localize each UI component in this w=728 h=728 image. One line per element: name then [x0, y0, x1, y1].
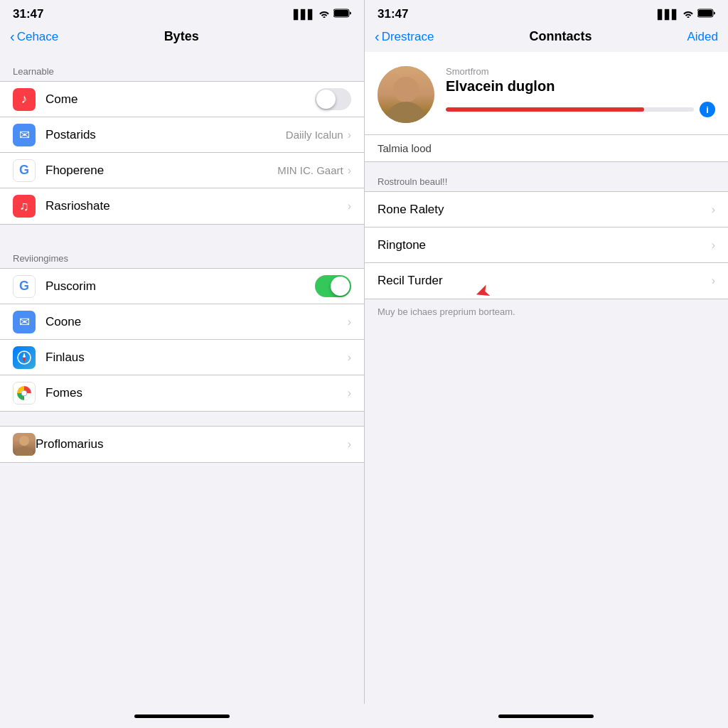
list-item[interactable]: Fomes ›: [0, 375, 364, 411]
section-label-right: Rostrouln beaul!!: [365, 162, 728, 191]
fhoperene-value: MIN IC. Gaart: [277, 164, 343, 176]
chevron-icon: ›: [712, 274, 715, 287]
back-label-right: Drestrace: [382, 30, 434, 44]
left-panel: 31:47 ▋▋▋ ‹ Cehace Bytes Learnable ♪ Com…: [0, 0, 364, 728]
status-bar-left: 31:47 ▋▋▋: [0, 0, 364, 26]
chevron-icon: ›: [348, 200, 351, 213]
contact-name: Elvacein duglon: [446, 78, 715, 95]
nav-title-right: Conntacts: [529, 29, 592, 44]
list-item[interactable]: Rone Ralety ›: [365, 192, 728, 228]
google-icon: G: [13, 159, 36, 182]
proflomarius-label: Proflomarius: [36, 437, 348, 451]
list-item[interactable]: ✉ Postarids Daiily Icalun ›: [0, 117, 364, 153]
back-chevron-left: ‹: [10, 28, 15, 45]
recil-turder-label: Recil Turder: [378, 274, 712, 288]
chevron-icon: ›: [348, 387, 351, 400]
battery-icon-right: [697, 8, 715, 21]
status-bar-right: 31:47 ▋▋▋: [365, 0, 728, 26]
list-item[interactable]: ♪ Come: [0, 82, 364, 117]
right-panel: 31:47 ▋▋▋ ‹ Drestrace Conntacts Aided Sm…: [364, 0, 728, 728]
chevron-icon: ›: [348, 351, 351, 364]
list-item[interactable]: Ringtone ›: [365, 228, 728, 263]
ringtone-label: Ringtone: [378, 238, 712, 252]
back-button-right[interactable]: ‹ Drestrace: [375, 28, 434, 45]
signal-icon-left: ▋▋▋: [294, 9, 315, 20]
chevron-icon: ›: [348, 438, 351, 451]
learnable-header: Learnable: [0, 52, 364, 81]
safari-icon: [13, 346, 36, 369]
extra-group: Proflomarius ›: [0, 426, 364, 463]
reviiongimes-group: G Puscorim ✉ Coone › Finlaus ›: [0, 268, 364, 412]
svg-rect-1: [334, 10, 348, 16]
chevron-icon: ›: [348, 164, 351, 177]
postarids-value: Daiily Icalun: [286, 129, 343, 141]
svg-point-7: [22, 391, 27, 396]
chevron-icon: ›: [712, 203, 715, 216]
progress-bar-fill: [446, 107, 644, 112]
contact-subtitle: Talmia lood: [365, 135, 728, 162]
chevron-icon: ›: [348, 129, 351, 141]
svg-rect-9: [698, 10, 712, 16]
svg-marker-3: [23, 353, 26, 358]
wifi-icon-left: [318, 9, 330, 20]
nav-bar-right: ‹ Drestrace Conntacts Aided: [365, 26, 728, 52]
music2-icon: ♫: [13, 195, 36, 218]
avatar: [378, 66, 434, 123]
finlaus-label: Finlaus: [46, 350, 348, 365]
list-item[interactable]: ✉ Coone ›: [0, 304, 364, 340]
mail-icon: ✉: [13, 124, 36, 146]
rone-ralety-label: Rone Ralety: [378, 203, 712, 217]
progress-bar-bg: [446, 107, 694, 112]
contact-from: Smortfrom: [446, 66, 715, 77]
reviiongimes-header: Reviiongimes: [0, 239, 364, 268]
list-item[interactable]: Recil Turder › ➤: [365, 263, 728, 299]
status-icons-right: ▋▋▋: [658, 8, 715, 21]
rasrioshate-label: Rasrioshate: [46, 199, 348, 213]
puscorim-toggle[interactable]: [315, 275, 351, 297]
home-bar-left: [134, 714, 230, 718]
nav-title-left: Bytes: [164, 29, 199, 44]
divider2: [0, 412, 364, 426]
music-icon: ♪: [13, 88, 36, 111]
bottom-space: [0, 463, 364, 520]
toggle-knob: [331, 277, 350, 296]
person-photo-icon: [13, 433, 36, 456]
fhoperene-label: Fhoperene: [46, 164, 277, 178]
learnable-group: ♪ Come ✉ Postarids Daiily Icalun › G Fho…: [0, 81, 364, 225]
chrome-icon: [13, 382, 36, 405]
back-label-left: Cehace: [17, 30, 59, 44]
contact-options: Rone Ralety › Ringtone › Recil Turder › …: [365, 191, 728, 299]
divider: [0, 225, 364, 239]
list-item[interactable]: G Puscorim: [0, 269, 364, 304]
back-chevron-right: ‹: [375, 28, 380, 45]
wifi-icon-right: [682, 9, 694, 20]
home-indicator-left: [0, 704, 364, 728]
contact-footer-note: Muy be ichaes preprium borteam.: [365, 299, 728, 324]
nav-bar-left: ‹ Cehace Bytes: [0, 26, 364, 52]
contact-header: Smortfrom Elvacein duglon i: [365, 52, 728, 135]
status-icons-left: ▋▋▋: [294, 8, 351, 21]
avatar-face: [378, 66, 434, 123]
home-indicator-right: [364, 704, 728, 728]
google2-icon: G: [13, 275, 36, 298]
svg-marker-4: [23, 358, 26, 363]
back-button-left[interactable]: ‹ Cehace: [10, 28, 58, 45]
battery-icon-left: [333, 8, 351, 21]
list-item[interactable]: Proflomarius ›: [0, 427, 364, 462]
list-item[interactable]: G Fhoperene MIN IC. Gaart ›: [0, 153, 364, 188]
home-bar-right: [498, 714, 594, 718]
list-item[interactable]: ♫ Rasrioshate ›: [0, 188, 364, 224]
fomes-label: Fomes: [46, 386, 348, 400]
contact-info: Smortfrom Elvacein duglon i: [446, 66, 715, 117]
status-time-left: 31:47: [13, 7, 43, 21]
coone-label: Coone: [46, 315, 348, 329]
postarids-label: Postarids: [46, 128, 286, 142]
progress-indicator: i: [700, 102, 715, 117]
come-toggle[interactable]: [315, 88, 351, 110]
contact-progress-row: i: [446, 102, 715, 117]
status-time-right: 31:47: [378, 7, 408, 21]
chevron-icon: ›: [712, 239, 715, 252]
settings-content-left: Learnable ♪ Come ✉ Postarids Daiily Ical…: [0, 52, 364, 704]
nav-action-right[interactable]: Aided: [687, 30, 718, 44]
list-item[interactable]: Finlaus ›: [0, 340, 364, 375]
